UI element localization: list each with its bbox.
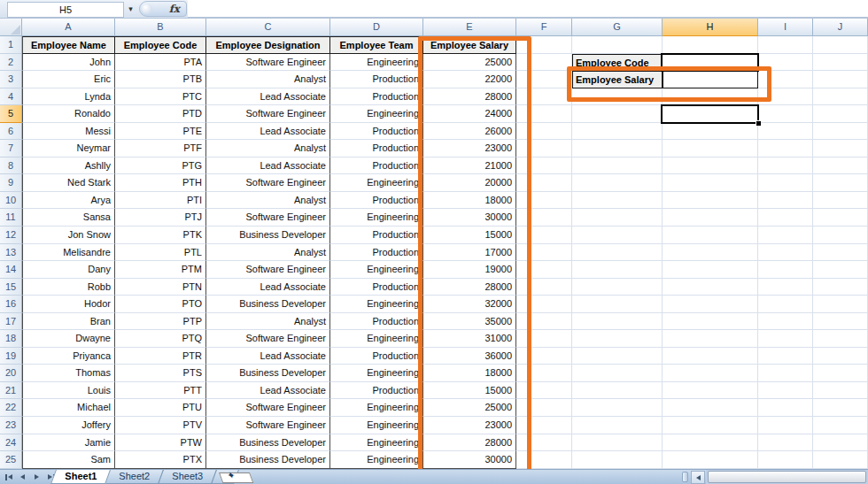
cell-E8[interactable]: 21000 — [423, 157, 516, 175]
select-all-corner[interactable] — [0, 19, 22, 36]
cell-E17[interactable]: 35000 — [423, 313, 516, 331]
cell-F9[interactable] — [516, 174, 572, 192]
cell-H19[interactable] — [663, 348, 758, 365]
cell-E11[interactable]: 30000 — [423, 209, 516, 227]
cell-J19[interactable] — [813, 348, 868, 365]
cell-B25[interactable]: PTX — [115, 451, 206, 469]
cell-D15[interactable]: Production — [330, 279, 423, 296]
cell-I9[interactable] — [758, 174, 813, 192]
cell-I17[interactable] — [758, 313, 813, 331]
row-header-1[interactable]: 1 — [0, 36, 22, 54]
cell-F25[interactable] — [516, 451, 572, 469]
cell-H11[interactable] — [663, 209, 758, 227]
cell-F2[interactable] — [516, 54, 572, 72]
cell-G8[interactable] — [572, 157, 663, 175]
cell-I5[interactable] — [758, 105, 813, 123]
cell-B19[interactable]: PTR — [115, 348, 206, 365]
row-header-23[interactable]: 23 — [0, 417, 22, 434]
cell-G6[interactable] — [572, 123, 663, 141]
column-header-C[interactable]: C — [206, 19, 330, 36]
cell-B7[interactable]: PTF — [115, 140, 206, 157]
cell-E15[interactable]: 28000 — [423, 279, 516, 296]
cell-F6[interactable] — [516, 123, 572, 141]
cell-D16[interactable]: Engineering — [330, 296, 423, 313]
previous-sheet-button[interactable] — [17, 472, 28, 482]
cell-E2[interactable]: 25000 — [423, 54, 516, 72]
cell-I18[interactable] — [758, 330, 813, 348]
cell-B9[interactable]: PTH — [115, 174, 206, 192]
cell-H18[interactable] — [663, 330, 758, 348]
row-header-14[interactable]: 14 — [0, 261, 22, 279]
cell-J12[interactable] — [813, 227, 868, 244]
cell-G19[interactable] — [572, 348, 663, 365]
cell-I19[interactable] — [758, 348, 813, 365]
row-header-13[interactable]: 13 — [0, 244, 22, 262]
cell-G9[interactable] — [572, 174, 663, 192]
cell-C19[interactable]: Lead Associate — [206, 348, 330, 365]
cell-D3[interactable]: Production — [330, 71, 423, 88]
cell-I22[interactable] — [758, 399, 813, 417]
row-header-25[interactable]: 25 — [0, 451, 22, 469]
cell-J17[interactable] — [813, 313, 868, 331]
cell-A6[interactable]: Messi — [22, 123, 115, 141]
cell-A3[interactable]: Eric — [22, 71, 115, 88]
cell-C23[interactable]: Software Engineer — [206, 417, 330, 434]
cell-D18[interactable]: Engineering — [330, 330, 423, 348]
cell-B8[interactable]: PTG — [115, 157, 206, 175]
cell-C18[interactable]: Software Engineer — [206, 330, 330, 348]
cell-C9[interactable]: Software Engineer — [206, 174, 330, 192]
cell-F22[interactable] — [516, 399, 572, 417]
cell-H22[interactable] — [663, 399, 758, 417]
cell-G14[interactable] — [572, 261, 663, 279]
cell-E25[interactable]: 30000 — [423, 451, 516, 469]
cell-G24[interactable] — [572, 434, 663, 452]
cell-A23[interactable]: Joffery — [22, 417, 115, 434]
cell-J4[interactable] — [813, 88, 868, 106]
cell-B22[interactable]: PTU — [115, 399, 206, 417]
cell-C6[interactable]: Lead Associate — [206, 123, 330, 141]
cell-J18[interactable] — [813, 330, 868, 348]
cell-F19[interactable] — [516, 348, 572, 365]
cell-A4[interactable]: Lynda — [22, 88, 115, 106]
cell-C4[interactable]: Lead Associate — [206, 88, 330, 106]
row-header-11[interactable]: 11 — [0, 209, 22, 227]
cell-A2[interactable]: John — [22, 54, 115, 72]
column-header-G[interactable]: G — [572, 19, 663, 36]
cell-C20[interactable]: Business Developer — [206, 365, 330, 382]
cell-A7[interactable]: Neymar — [22, 140, 115, 157]
cell-F5[interactable] — [516, 105, 572, 123]
cell-J22[interactable] — [813, 399, 868, 417]
cell-F8[interactable] — [516, 157, 572, 175]
cell-H3[interactable] — [663, 71, 758, 88]
cell-J5[interactable] — [813, 105, 868, 123]
cell-H1[interactable] — [663, 36, 758, 54]
cell-F20[interactable] — [516, 365, 572, 382]
cell-B4[interactable]: PTC — [115, 88, 206, 106]
cell-D9[interactable]: Engineering — [330, 174, 423, 192]
cell-J9[interactable] — [813, 174, 868, 192]
cell-E16[interactable]: 32000 — [423, 296, 516, 313]
cell-C17[interactable]: Analyst — [206, 313, 330, 331]
cell-A10[interactable]: Arya — [22, 192, 115, 210]
cell-C22[interactable]: Software Engineer — [206, 399, 330, 417]
cell-B12[interactable]: PTK — [115, 227, 206, 244]
row-header-3[interactable]: 3 — [0, 71, 22, 88]
cell-B1[interactable]: Employee Code — [115, 36, 206, 54]
cell-G23[interactable] — [572, 417, 663, 434]
cell-D20[interactable]: Engineering — [330, 365, 423, 382]
row-header-18[interactable]: 18 — [0, 330, 22, 348]
cell-H21[interactable] — [663, 382, 758, 400]
cell-F7[interactable] — [516, 140, 572, 157]
cell-D14[interactable]: Engineering — [330, 261, 423, 279]
cell-A25[interactable]: Sam — [22, 451, 115, 469]
cell-A12[interactable]: Jon Snow — [22, 227, 115, 244]
row-header-19[interactable]: 19 — [0, 348, 22, 365]
cell-G21[interactable] — [572, 382, 663, 400]
column-header-E[interactable]: E — [423, 19, 516, 36]
cell-J14[interactable] — [813, 261, 868, 279]
cell-J1[interactable] — [813, 36, 868, 54]
row-header-24[interactable]: 24 — [0, 434, 22, 452]
cell-E20[interactable]: 18000 — [423, 365, 516, 382]
cell-G1[interactable] — [572, 36, 663, 54]
tab-sheet3[interactable]: Sheet3 — [158, 470, 217, 484]
